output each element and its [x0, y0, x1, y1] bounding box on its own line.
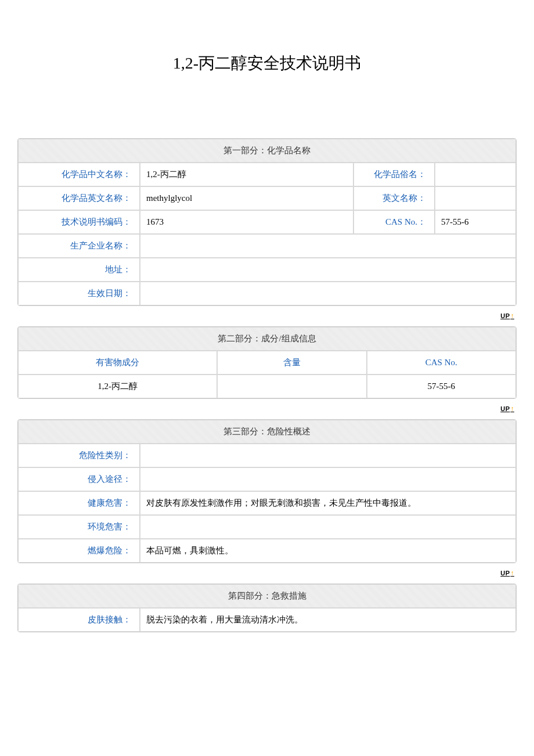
section2-header: 第二部分：成分/组成信息: [18, 327, 516, 351]
label-category: 危险性类别：: [18, 444, 140, 467]
up-arrow-icon: ↑: [511, 312, 515, 320]
label-common-name: 化学品俗名：: [353, 163, 435, 186]
label-en-name: 化学品英文名称：: [18, 186, 140, 210]
col-content: 含量: [217, 351, 366, 375]
section3-table: 第三部分：危险性概述 危险性类别： 侵入途径： 健康危害： 对皮肤有原发性刺激作…: [17, 419, 517, 563]
section4-table: 第四部分：急救措施 皮肤接触： 脱去污染的衣着，用大量流动清水冲洗。: [17, 584, 517, 632]
up-arrow-icon: ↑: [511, 569, 515, 577]
label-manufacturer: 生产企业名称：: [18, 234, 140, 258]
document-title: 1,2-丙二醇安全技术说明书: [17, 52, 517, 74]
value-manufacturer: [140, 234, 516, 258]
label-effective-date: 生效日期：: [18, 282, 140, 305]
value-fire: 本品可燃，具刺激性。: [140, 539, 516, 563]
value-common-name: [435, 163, 516, 186]
up-link-label: UP: [500, 312, 510, 319]
row-content: [217, 375, 366, 398]
value-cas-no: 57-55-6: [435, 210, 516, 234]
row-cas: 57-55-6: [367, 375, 516, 398]
value-environment: [140, 515, 516, 539]
up-link-label: UP: [500, 570, 510, 577]
label-skin: 皮肤接触：: [18, 608, 140, 632]
section4-header: 第四部分：急救措施: [18, 584, 516, 608]
up-link-label: UP: [500, 405, 510, 412]
label-environment: 环境危害：: [18, 515, 140, 539]
label-health: 健康危害：: [18, 491, 140, 515]
label-en-common: 英文名称：: [353, 186, 435, 210]
value-health: 对皮肤有原发性刺激作用；对眼无刺激和损害，未见生产性中毒报道。: [140, 491, 516, 515]
section1-table: 第一部分：化学品名称 化学品中文名称： 1,2-丙二醇 化学品俗名： 化学品英文…: [17, 138, 517, 306]
up-link-1[interactable]: UP↑: [500, 312, 514, 320]
value-category: [140, 444, 516, 467]
row-ingredient: 1,2-丙二醇: [18, 375, 217, 398]
label-cn-name: 化学品中文名称：: [18, 163, 140, 186]
up-link-2[interactable]: UP↑: [500, 405, 514, 413]
label-cas-no: CAS No.：: [353, 210, 435, 234]
label-address: 地址：: [18, 258, 140, 282]
value-cn-name: 1,2-丙二醇: [140, 163, 353, 186]
label-manual-code: 技术说明书编码：: [18, 210, 140, 234]
up-link-3[interactable]: UP↑: [500, 569, 514, 577]
section2-table: 第二部分：成分/组成信息 有害物成分 含量 CAS No. 1,2-丙二醇 57…: [17, 326, 517, 399]
label-fire: 燃爆危险：: [18, 539, 140, 563]
value-route: [140, 467, 516, 491]
up-arrow-icon: ↑: [511, 405, 515, 413]
label-route: 侵入途径：: [18, 467, 140, 491]
section1-header: 第一部分：化学品名称: [18, 139, 516, 163]
value-en-name: methylglycol: [140, 186, 353, 210]
value-effective-date: [140, 282, 516, 305]
value-address: [140, 258, 516, 282]
value-skin: 脱去污染的衣着，用大量流动清水冲洗。: [140, 608, 516, 632]
value-manual-code: 1673: [140, 210, 353, 234]
col-cas: CAS No.: [367, 351, 516, 375]
col-ingredient: 有害物成分: [18, 351, 217, 375]
value-en-common: [435, 186, 516, 210]
section3-header: 第三部分：危险性概述: [18, 420, 516, 444]
